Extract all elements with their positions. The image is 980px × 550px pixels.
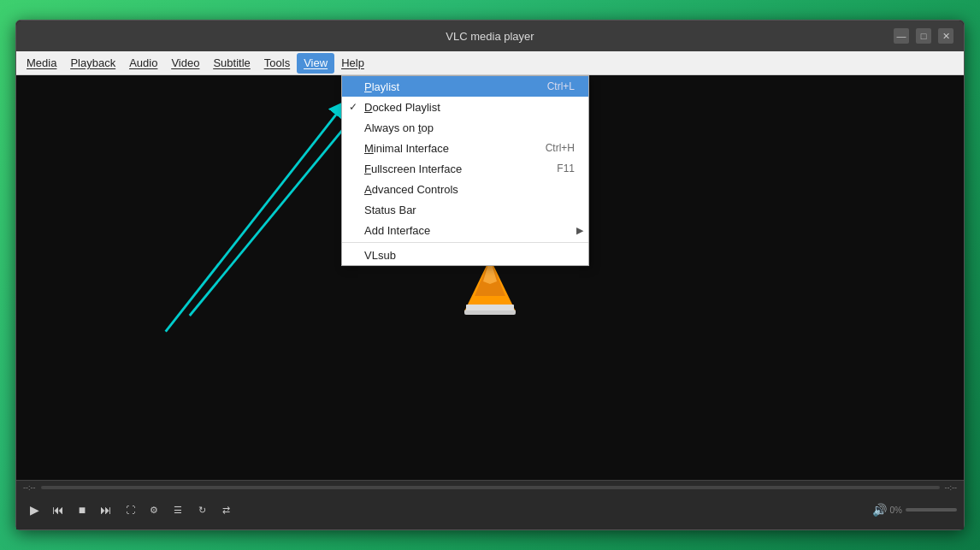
label-add-interface: Add Interface <box>364 224 558 237</box>
menu-view-label: View <box>304 56 328 69</box>
menu-view[interactable]: View <box>297 53 334 74</box>
menu-item-docked-playlist[interactable]: ✓ Docked Playlist <box>342 97 588 117</box>
close-button[interactable]: ✕ <box>938 28 953 44</box>
label-fullscreen-interface: Fullscreen Interface <box>364 163 540 175</box>
volume-slider[interactable] <box>906 508 957 512</box>
play-button[interactable]: ▶ <box>23 500 45 520</box>
progress-track[interactable] <box>41 486 940 489</box>
shortcut-fullscreen-interface: F11 <box>557 163 575 174</box>
svg-line-7 <box>190 111 358 316</box>
time-end: --:-- <box>945 483 958 492</box>
controls-row: ▶ ⏮ ■ ⏭ ⛶ ⚙ ☰ ↻ ⇄ 🔊 0% <box>16 494 964 525</box>
view-dropdown-menu: Playlist Ctrl+L ✓ Docked Playlist Always… <box>341 75 589 266</box>
menu-item-fullscreen-interface[interactable]: Fullscreen Interface F11 <box>342 158 588 179</box>
label-vlsub: VLsub <box>364 249 558 262</box>
svg-rect-4 <box>466 305 514 310</box>
menu-video[interactable]: Video <box>164 53 206 74</box>
volume-area: 🔊 0% <box>872 503 957 517</box>
label-playlist: Playlist <box>364 80 530 93</box>
menu-media-label: Media <box>27 56 56 69</box>
shortcut-playlist: Ctrl+L <box>547 80 575 92</box>
menu-item-minimal-interface[interactable]: Minimal Interface Ctrl+H <box>342 138 588 158</box>
menu-item-advanced-controls[interactable]: Advanced Controls <box>342 179 588 199</box>
window-title: VLC media player <box>446 30 534 43</box>
menu-playback[interactable]: Playback <box>63 53 122 74</box>
stop-button[interactable]: ■ <box>71 500 93 520</box>
bottom-bar: --:-- --:-- ▶ ⏮ ■ ⏭ ⛶ ⚙ ☰ ↻ ⇄ 🔊 0% <box>16 480 964 529</box>
progress-bar-container: --:-- --:-- <box>16 481 964 494</box>
menu-tools[interactable]: Tools <box>257 53 297 74</box>
menu-video-label: Video <box>171 56 199 69</box>
menu-audio[interactable]: Audio <box>122 53 164 74</box>
label-always-on-top: Always on top <box>364 121 558 134</box>
fullscreen-button[interactable]: ⛶ <box>119 500 141 520</box>
label-status-bar: Status Bar <box>364 204 558 216</box>
prev-button[interactable]: ⏮ <box>47 500 69 520</box>
controls-left: ▶ ⏮ ■ ⏭ ⛶ ⚙ ☰ ↻ ⇄ <box>23 500 237 520</box>
menu-help-label: Help <box>341 56 364 69</box>
loop-button[interactable]: ↻ <box>191 500 213 520</box>
maximize-button[interactable]: □ <box>916 28 931 44</box>
menu-help[interactable]: Help <box>334 53 371 74</box>
volume-icon: 🔊 <box>872 503 887 517</box>
menu-item-vlsub[interactable]: VLsub <box>342 245 588 265</box>
time-start: --:-- <box>23 483 36 492</box>
menu-media[interactable]: Media <box>20 53 63 74</box>
label-docked-playlist: Docked Playlist <box>364 101 558 114</box>
svg-line-6 <box>166 107 342 331</box>
menu-playback-label: Playback <box>70 56 115 69</box>
shortcut-minimal-interface: Ctrl+H <box>546 142 575 154</box>
menu-subtitle[interactable]: Subtitle <box>206 53 257 74</box>
main-content: Playlist Ctrl+L ✓ Docked Playlist Always… <box>16 75 964 480</box>
minimize-button[interactable]: — <box>894 28 909 44</box>
random-button[interactable]: ⇄ <box>215 500 237 520</box>
menubar: Media Playback Audio Video Subtitle Tool… <box>16 51 964 75</box>
extended-settings-button[interactable]: ⚙ <box>143 500 165 520</box>
window-controls: — □ ✕ <box>894 28 953 44</box>
label-advanced-controls: Advanced Controls <box>364 183 558 196</box>
menu-divider <box>342 242 588 243</box>
next-button[interactable]: ⏭ <box>95 500 117 520</box>
volume-label: 0% <box>890 506 902 515</box>
titlebar: VLC media player — □ ✕ <box>16 21 964 51</box>
label-minimal-interface: Minimal Interface <box>364 142 528 155</box>
menu-item-always-on-top[interactable]: Always on top <box>342 117 588 138</box>
check-docked-playlist: ✓ <box>349 101 364 113</box>
playlist-button[interactable]: ☰ <box>167 500 189 520</box>
menu-tools-label: Tools <box>264 56 290 69</box>
vlc-window: VLC media player — □ ✕ Media Playback Au… <box>15 20 965 530</box>
menu-item-status-bar[interactable]: Status Bar <box>342 199 588 220</box>
menu-item-add-interface[interactable]: Add Interface ▶ <box>342 220 588 240</box>
menu-item-playlist[interactable]: Playlist Ctrl+L <box>342 76 588 97</box>
submenu-arrow-add-interface: ▶ <box>576 225 583 236</box>
menu-audio-label: Audio <box>129 56 157 69</box>
menu-subtitle-label: Subtitle <box>213 56 250 69</box>
